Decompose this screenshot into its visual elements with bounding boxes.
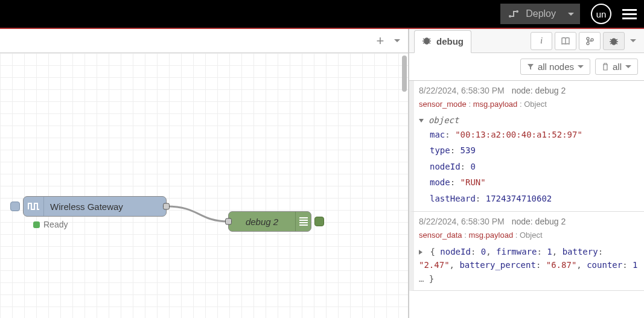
svg-point-10 [587, 37, 589, 40]
msg-timestamp: 8/22/2024, 6:58:30 PM [419, 215, 505, 228]
debug-node-icon [295, 212, 311, 231]
canvas-toolbar: + [0, 29, 408, 53]
tab-debug-icon[interactable] [603, 32, 625, 50]
msg-timestamp: 8/22/2024, 6:58:30 PM [419, 84, 505, 97]
input-port[interactable] [225, 218, 232, 225]
svg-point-13 [611, 39, 616, 45]
node-wireless-gateway[interactable]: Wireless Gateway [23, 196, 167, 217]
debug-message: 8/22/2024, 6:58:30 PM node: debug 2 sens… [409, 212, 644, 291]
tab-config[interactable] [579, 32, 601, 50]
user-text: un [596, 9, 607, 19]
tab-info[interactable]: i [531, 32, 552, 50]
wire [0, 53, 398, 318]
app-header: Deploy un [0, 0, 644, 29]
object-inline[interactable]: { nodeId: 0, firmware: 1, battery: "2.47… [419, 245, 638, 285]
canvas-wrap: + Wireless Gateway Ready debug 2 [0, 29, 409, 318]
flow-canvas[interactable]: Wireless Gateway Ready debug 2 [0, 53, 408, 318]
object-header[interactable]: object [419, 114, 638, 127]
canvas-scrollbar[interactable] [401, 53, 408, 318]
deploy-label: Deploy [526, 8, 556, 19]
sidebar: debug i all node [409, 29, 644, 318]
expand-toggle-icon[interactable] [419, 250, 422, 255]
book-icon [561, 37, 570, 45]
add-tab-button[interactable]: + [372, 33, 389, 49]
svg-point-1 [516, 10, 518, 13]
sidebar-tabs: debug i [409, 29, 644, 53]
object-body: mac: "00:13:a2:00:40:a1:52:97" type: 539… [419, 127, 638, 207]
tab-menu-caret[interactable] [392, 33, 402, 49]
debug-toggle[interactable] [314, 217, 324, 226]
status-dot-icon [33, 221, 40, 228]
node-handle[interactable] [10, 202, 20, 211]
clear-button[interactable]: all [595, 59, 638, 75]
node-status: Ready [33, 220, 68, 229]
debug-content: 8/22/2024, 6:58:30 PM node: debug 2 sens… [409, 81, 644, 318]
deploy-icon [508, 9, 520, 19]
bug-icon [422, 36, 432, 46]
caret-down-icon [568, 13, 574, 16]
hamburger-menu[interactable] [622, 7, 637, 22]
tab-label: debug [436, 36, 464, 46]
scroll-thumb[interactable] [402, 56, 407, 92]
clear-label: all [613, 62, 622, 72]
branch-icon [585, 37, 594, 45]
svg-point-0 [509, 15, 511, 17]
filter-label: all nodes [538, 62, 574, 72]
trash-icon [602, 63, 609, 71]
status-text: Ready [43, 220, 68, 229]
msg-node[interactable]: node: debug 2 [512, 84, 566, 97]
deploy-button[interactable]: Deploy [500, 4, 580, 24]
filter-button[interactable]: all nodes [520, 59, 590, 75]
tab-debug[interactable]: debug [414, 30, 471, 53]
filter-icon [527, 63, 534, 71]
msg-header: 8/22/2024, 6:58:30 PM node: debug 2 [419, 84, 638, 97]
msg-source: sensor_mode : msg.payload : Object [419, 98, 638, 110]
node-label: debug 2 [229, 217, 295, 227]
svg-point-2 [424, 38, 429, 44]
node-label: Wireless Gateway [44, 202, 166, 212]
main-area: + Wireless Gateway Ready debug 2 [0, 29, 644, 318]
bug-icon [609, 37, 619, 45]
deploy-main[interactable]: Deploy [500, 4, 564, 24]
gateway-icon [24, 197, 44, 216]
caret-down-icon [578, 65, 584, 68]
caret-down-icon [625, 65, 631, 68]
user-avatar[interactable]: un [591, 4, 611, 24]
msg-source: sensor_data : msg.payload : Object [419, 229, 638, 241]
node-debug[interactable]: debug 2 [228, 211, 311, 232]
expand-toggle-icon[interactable] [419, 119, 424, 122]
tab-help[interactable] [555, 32, 576, 50]
svg-point-11 [587, 42, 589, 45]
deploy-caret[interactable] [564, 4, 580, 24]
debug-message: 8/22/2024, 6:58:30 PM node: debug 2 sens… [409, 81, 644, 212]
debug-filterbar: all nodes all [409, 53, 644, 81]
tab-caret[interactable] [627, 32, 639, 50]
output-port[interactable] [163, 203, 170, 210]
msg-node[interactable]: node: debug 2 [512, 215, 566, 228]
msg-header: 8/22/2024, 6:58:30 PM node: debug 2 [419, 215, 638, 228]
object-label: object [429, 115, 459, 125]
